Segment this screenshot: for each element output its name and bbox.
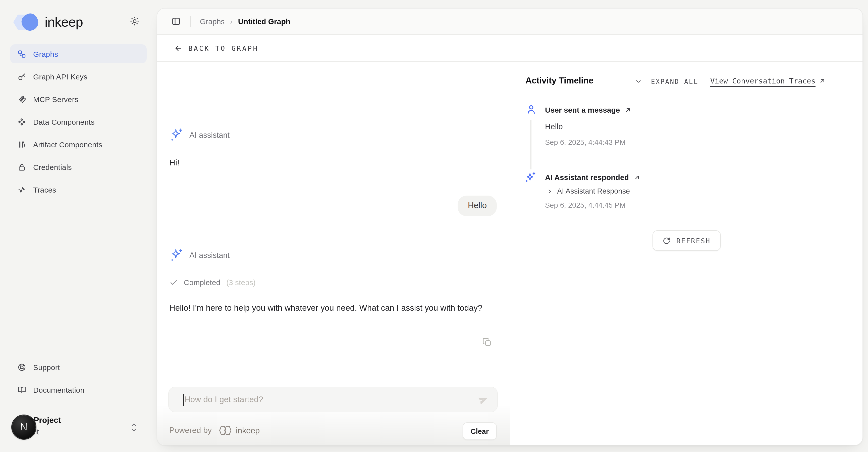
- sidebar-item-label: MCP Servers: [33, 95, 79, 103]
- arrow-up-right-icon: [818, 78, 826, 84]
- timeline-connector-line: [530, 120, 531, 169]
- back-bar: BACK TO GRAPH: [157, 35, 863, 62]
- copy-button[interactable]: [481, 336, 493, 348]
- breadcrumb-separator: ›: [230, 17, 232, 25]
- clear-button[interactable]: Clear: [462, 422, 497, 440]
- tally-icon: [18, 140, 26, 148]
- arrow-left-icon: [174, 44, 183, 53]
- sidebar-item-artifact-components[interactable]: Artifact Components: [10, 135, 147, 154]
- breadcrumb-graphs[interactable]: Graphs: [200, 17, 224, 26]
- app-root: inkeep Graphs Graph API Keys: [0, 0, 868, 452]
- assistant-label: AI assistant: [189, 131, 229, 140]
- refresh-button-label: REFRESH: [676, 236, 711, 245]
- timeline-event-timestamp: Sep 6, 2025, 4:44:45 PM: [545, 201, 626, 209]
- sidebar-item-mcp-servers[interactable]: MCP Servers: [10, 89, 147, 109]
- refresh-icon: [662, 236, 670, 245]
- sidebar-toggle-button[interactable]: [169, 15, 182, 28]
- sidebar-item-label: Traces: [33, 185, 56, 194]
- lock-icon: [18, 163, 26, 171]
- refresh-button[interactable]: REFRESH: [652, 230, 720, 251]
- inkeep-wordmark: inkeep: [45, 14, 83, 30]
- mcp-icon: [18, 95, 26, 103]
- chevrons-up-down-icon: [130, 421, 137, 434]
- assistant-message-2: Hello! I'm here to help you with whateve…: [169, 301, 499, 315]
- life-buoy-icon: [18, 363, 26, 371]
- activity-icon: [18, 185, 26, 194]
- activity-timeline-panel: Activity Timeline EXPAND ALL View Conver…: [510, 62, 863, 445]
- user-message-bubble: Hello: [458, 196, 497, 216]
- send-button[interactable]: [477, 394, 489, 406]
- user-icon: [526, 104, 536, 115]
- assistant-label: AI assistant: [189, 251, 229, 260]
- sidebar-item-graph-api-keys[interactable]: Graph API Keys: [10, 67, 147, 86]
- project-avatar-letter: N: [20, 421, 28, 433]
- key-icon: [18, 72, 26, 81]
- book-open-icon: [18, 386, 26, 394]
- chevron-down-icon[interactable]: [634, 78, 643, 85]
- assistant-message-header: AI assistant: [169, 248, 229, 262]
- project-avatar: N: [12, 415, 36, 439]
- clear-button-label: Clear: [470, 427, 489, 435]
- copy-icon: [482, 337, 492, 347]
- sun-icon: [130, 16, 140, 26]
- status-steps: (3 steps): [226, 278, 256, 287]
- powered-by-text: Powered by: [169, 426, 212, 435]
- event-title-text: User sent a message: [545, 106, 620, 114]
- sidebar-item-label: Credentials: [33, 163, 72, 171]
- content-area: AI assistant Hi! Hello AI assistant: [157, 62, 863, 445]
- sidebar-item-label: Graph API Keys: [33, 72, 87, 81]
- sidebar-item-graphs[interactable]: Graphs: [10, 44, 147, 63]
- timeline-event-title[interactable]: User sent a message: [545, 106, 632, 114]
- sidebar-item-support[interactable]: Support: [10, 358, 147, 376]
- assistant-message-header: AI assistant: [169, 128, 229, 142]
- powered-by-row[interactable]: Powered by inkeep: [169, 425, 260, 435]
- project-name: Project: [34, 416, 61, 425]
- main-panel: Graphs › Untitled Graph BACK TO GRAPH: [157, 8, 863, 446]
- timeline-event-body: Hello: [545, 122, 563, 131]
- sidebar-item-label: Documentation: [33, 386, 84, 394]
- ai-sparkles-icon: [169, 128, 184, 142]
- chat-preview-panel: AI assistant Hi! Hello AI assistant: [157, 62, 510, 445]
- timeline-event-timestamp: Sep 6, 2025, 4:44:43 PM: [545, 138, 626, 146]
- timeline-event-title[interactable]: AI Assistant responded: [545, 173, 641, 181]
- header-divider: [190, 16, 191, 27]
- sidebar-item-traces[interactable]: Traces: [10, 180, 147, 199]
- sparkles-icon: [524, 171, 537, 184]
- project-switcher[interactable]: N Project ult: [10, 414, 150, 443]
- breadcrumb-bar: Graphs › Untitled Graph: [157, 8, 863, 35]
- arrow-up-right-icon: [633, 174, 641, 181]
- sidebar-item-credentials[interactable]: Credentials: [10, 158, 147, 176]
- event-title-text: AI Assistant responded: [545, 173, 629, 181]
- breadcrumb-current: Untitled Graph: [238, 17, 290, 26]
- assistant-response-label: AI Assistant Response: [557, 187, 630, 195]
- inkeep-logo-icon: [13, 13, 42, 31]
- sidebar: inkeep Graphs Graph API Keys: [0, 0, 157, 452]
- component-icon: [18, 117, 26, 126]
- powered-by-brand: inkeep: [236, 426, 260, 435]
- sidebar-item-label: Artifact Components: [33, 140, 102, 148]
- view-traces-label: View Conversation Traces: [710, 77, 815, 85]
- ai-sparkles-icon: [169, 248, 184, 262]
- inkeep-logo[interactable]: inkeep: [13, 13, 83, 31]
- workflow-icon: [18, 50, 26, 58]
- chat-input[interactable]: [169, 387, 497, 412]
- theme-toggle-button[interactable]: [129, 15, 141, 27]
- expand-all-button[interactable]: EXPAND ALL: [651, 78, 699, 85]
- back-to-graph-link[interactable]: BACK TO GRAPH: [174, 44, 258, 53]
- view-conversation-traces-link[interactable]: View Conversation Traces: [710, 77, 826, 85]
- assistant-response-toggle[interactable]: AI Assistant Response: [547, 187, 630, 195]
- inkeep-hexagons-icon: [218, 425, 232, 435]
- status-label: Completed: [184, 278, 220, 287]
- panel-left-icon: [171, 17, 181, 26]
- sidebar-item-label: Graphs: [33, 50, 58, 58]
- sidebar-item-documentation[interactable]: Documentation: [10, 380, 147, 399]
- arrow-up-right-icon: [625, 106, 632, 113]
- sidebar-item-data-components[interactable]: Data Components: [10, 112, 147, 131]
- check-icon: [169, 278, 178, 287]
- chevron-right-icon: [547, 188, 553, 194]
- timeline-title: Activity Timeline: [525, 76, 593, 86]
- completion-status[interactable]: Completed (3 steps): [169, 278, 256, 287]
- sidebar-item-label: Support: [33, 363, 60, 371]
- sidebar-item-label: Data Components: [33, 117, 95, 126]
- back-to-graph-label: BACK TO GRAPH: [188, 44, 258, 52]
